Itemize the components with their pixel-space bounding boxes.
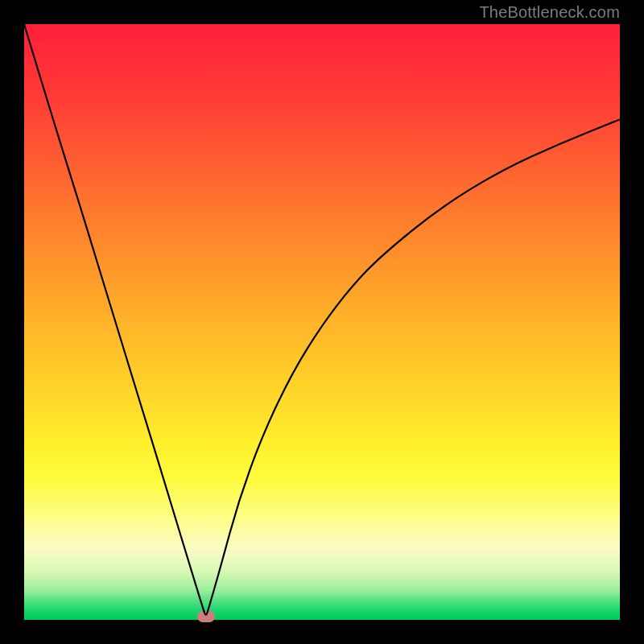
watermark-text: TheBottleneck.com	[479, 0, 620, 24]
bottleneck-curve	[24, 24, 620, 620]
curve-path	[24, 24, 620, 615]
chart-frame: TheBottleneck.com	[0, 0, 644, 644]
